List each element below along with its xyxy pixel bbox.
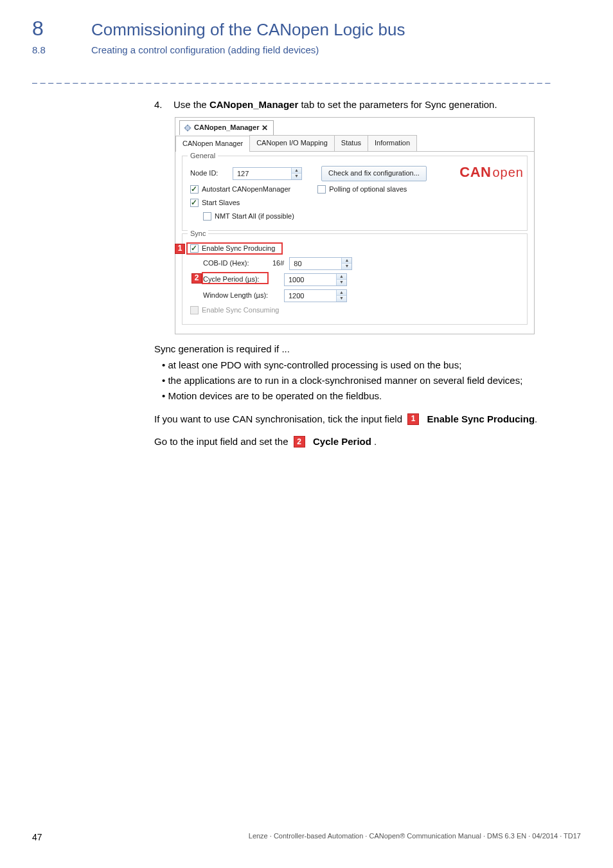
sync-group: Sync 1 Enable Sync Producing COB-ID (Hex…: [182, 233, 528, 325]
cycle-period-input[interactable]: 1000 ▲▼: [284, 273, 347, 286]
polling-checkbox[interactable]: Polling of optional slaves: [317, 185, 407, 195]
step-pre: Use the: [173, 99, 209, 110]
autostart-label: Autostart CANopenManager: [202, 185, 290, 195]
section-number: 8.8: [32, 44, 54, 55]
inline-marker-2: 2: [294, 436, 305, 448]
chevron-up-icon[interactable]: ▲: [337, 290, 346, 296]
sub-tab-bar: CANopen Manager CANopen I/O Mapping Stat…: [175, 135, 534, 152]
check-fix-button[interactable]: Check and fix configuration...: [321, 166, 427, 181]
chevron-down-icon[interactable]: ▼: [342, 263, 351, 269]
step-post: tab to set the parameters for Sync gener…: [298, 99, 497, 110]
cob-id-prefix: 16#: [272, 258, 284, 269]
window-length-value: 1200: [285, 290, 336, 302]
nmt-start-all-checkbox[interactable]: NMT Start All (if possible): [203, 212, 294, 222]
document-tab-label: CANopen_Manager: [194, 123, 259, 133]
chapter-title: Commissioning of the CANopen Logic bus: [91, 20, 405, 40]
callout-box-2: [202, 272, 269, 284]
canopen-logo: CANopen: [459, 162, 524, 183]
cob-id-label: COB-ID (Hex):: [203, 258, 267, 269]
start-slaves-label: Start Slaves: [202, 198, 240, 208]
p2-post: .: [371, 436, 377, 447]
page-footer: 47 Lenze · Controller-based Automation ·…: [0, 832, 613, 842]
cob-id-value: 80: [290, 258, 341, 269]
chevron-up-icon[interactable]: ▲: [337, 274, 346, 280]
tab-canopen-io-mapping[interactable]: CANopen I/O Mapping: [249, 135, 335, 151]
tab-information[interactable]: Information: [368, 135, 417, 151]
window-length-input[interactable]: 1200 ▲▼: [284, 289, 347, 302]
panel-body: CANopen General Node ID: 127 ▲▼ Check an…: [175, 152, 534, 334]
logo-can: CAN: [459, 162, 491, 183]
step-text: Use the CANopen_Manager tab to set the p…: [173, 98, 497, 112]
svg-rect-3: [184, 128, 186, 129]
window-length-label: Window Length (µs):: [203, 291, 279, 301]
list-item: Motion devices are to be operated on the…: [162, 389, 562, 403]
top-tab-bar: CANopen_Manager ✕: [175, 118, 534, 135]
callout-box-1: [186, 242, 283, 255]
tab-status[interactable]: Status: [334, 135, 368, 151]
chevron-up-icon[interactable]: ▲: [292, 168, 301, 174]
polling-label: Polling of optional slaves: [329, 185, 407, 195]
inline-marker-1: 1: [407, 413, 419, 425]
tab-canopen-manager[interactable]: CANopen Manager: [175, 136, 250, 152]
svg-rect-2: [187, 130, 188, 131]
chevron-up-icon[interactable]: ▲: [342, 258, 351, 264]
svg-rect-4: [190, 128, 191, 129]
callout-marker-1: 1: [175, 244, 185, 254]
list-item: at least one PDO with sync-controlled pr…: [162, 358, 562, 372]
p2-bold: Cycle Period: [313, 436, 371, 447]
node-id-input[interactable]: 127 ▲▼: [233, 167, 302, 180]
section-title: Creating a control configuration (adding…: [91, 44, 319, 55]
cycle-period-spinner[interactable]: ▲▼: [336, 274, 346, 285]
node-id-label: Node ID:: [190, 168, 227, 179]
start-slaves-checkbox[interactable]: Start Slaves: [190, 198, 240, 208]
step-bold: CANopen_Manager: [209, 99, 298, 110]
enable-sync-consuming-label: Enable Sync Consuming: [202, 305, 279, 316]
sync-required-intro: Sync generation is required if ...: [154, 342, 562, 356]
separator: _ _ _ _ _ _ _ _ _ _ _ _ _ _ _ _ _ _ _ _ …: [32, 73, 581, 84]
cob-id-input[interactable]: 80 ▲▼: [289, 257, 352, 270]
canopen-manager-panel: CANopen_Manager ✕ CANopen Manager CANope…: [175, 117, 535, 334]
list-item: the applications are to run in a clock-s…: [162, 374, 562, 388]
general-legend: General: [188, 151, 218, 161]
node-id-spinner[interactable]: ▲▼: [291, 168, 301, 179]
enable-sync-consuming-checkbox: Enable Sync Consuming: [190, 305, 279, 316]
p1-bold: Enable Sync Producing: [427, 413, 535, 424]
page-header: 8 Commissioning of the CANopen Logic bus…: [0, 0, 613, 55]
close-icon[interactable]: ✕: [262, 123, 268, 134]
window-length-spinner[interactable]: ▲▼: [336, 290, 346, 302]
step-4: 4. Use the CANopen_Manager tab to set th…: [154, 98, 562, 112]
autostart-checkbox[interactable]: Autostart CANopenManager: [190, 185, 290, 195]
bullet-list: at least one PDO with sync-controlled pr…: [162, 358, 562, 402]
footer-line: Lenze · Controller-based Automation · CA…: [249, 832, 581, 842]
paragraph-enable-sync: If you want to use CAN synchronisation, …: [154, 412, 562, 426]
chapter-number: 8: [32, 17, 54, 41]
callout-marker-2: 2: [191, 273, 202, 284]
document-tab-canopen-manager[interactable]: CANopen_Manager ✕: [179, 120, 274, 135]
cob-id-spinner[interactable]: ▲▼: [341, 258, 351, 269]
chevron-down-icon[interactable]: ▼: [292, 173, 301, 179]
p1-post: .: [535, 413, 537, 424]
p1-pre: If you want to use CAN synchronisation, …: [154, 413, 405, 424]
svg-point-0: [185, 126, 190, 131]
svg-rect-1: [187, 125, 188, 126]
step-number: 4.: [154, 98, 166, 112]
node-id-value: 127: [233, 168, 291, 179]
paragraph-cycle-period: Go to the input field and set the 2 Cycl…: [154, 435, 562, 449]
nmt-start-all-label: NMT Start All (if possible): [215, 212, 294, 222]
device-icon: [184, 124, 191, 132]
page-number: 47: [32, 832, 42, 842]
chevron-down-icon[interactable]: ▼: [337, 295, 346, 302]
p2-pre: Go to the input field and set the: [154, 436, 291, 447]
cycle-period-value: 1000: [285, 274, 336, 285]
explanation-text: Sync generation is required if ... at le…: [154, 342, 562, 449]
logo-open: open: [493, 163, 524, 182]
sync-legend: Sync: [188, 229, 208, 239]
chevron-down-icon[interactable]: ▼: [337, 279, 346, 285]
